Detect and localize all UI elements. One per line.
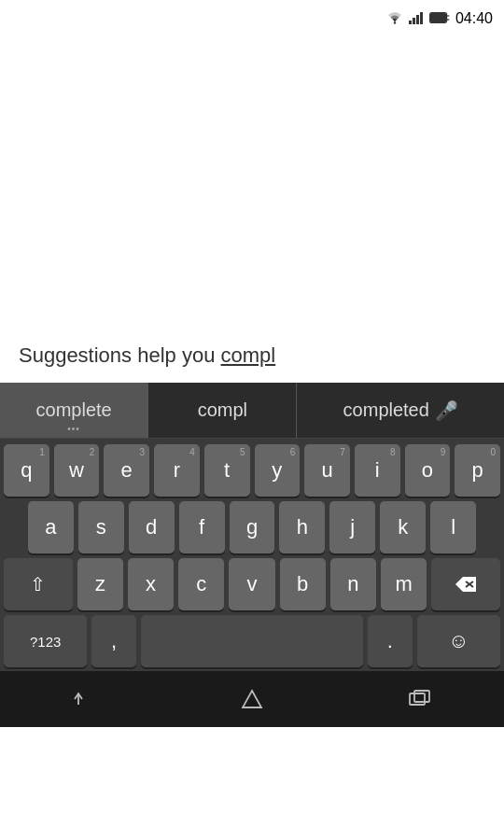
suggestion-compl-label: compl	[198, 399, 247, 421]
key-row-2: a s d f g h j k l	[4, 501, 500, 553]
key-g[interactable]: g	[230, 501, 275, 553]
nav-recent-button[interactable]	[392, 680, 448, 718]
suggestion-dots: •••	[67, 424, 80, 434]
typed-text-container: Suggestions help you compl	[19, 343, 275, 368]
key-x[interactable]: x	[128, 558, 174, 610]
key-h[interactable]: h	[279, 501, 325, 553]
key-q[interactable]: 1q	[4, 444, 49, 497]
key-row-3: ⇧ z x c v b n m	[4, 558, 500, 610]
key-row-4: ?123 , . ☺	[4, 615, 500, 667]
key-period[interactable]: .	[368, 615, 413, 667]
key-l[interactable]: l	[430, 501, 476, 553]
suggestions-bar: complete ••• compl completed 🎤	[0, 383, 504, 439]
key-v[interactable]: v	[229, 558, 274, 610]
key-row-1: 1q 2w 3e 4r 5t 6y 7u 8i 9o 0p	[4, 444, 500, 497]
key-m[interactable]: m	[381, 558, 427, 610]
suggestion-complete-label: complete	[36, 399, 112, 421]
svg-rect-2	[413, 18, 415, 24]
svg-rect-3	[416, 15, 419, 24]
text-prefix: Suggestions help you	[19, 343, 221, 367]
mic-icon[interactable]: 🎤	[435, 399, 458, 422]
suggestion-complete[interactable]: complete •••	[0, 383, 148, 438]
svg-rect-12	[410, 693, 425, 705]
key-backspace[interactable]	[431, 558, 500, 610]
main-content: Suggestions help you compl	[0, 37, 504, 383]
key-c[interactable]: c	[178, 558, 224, 610]
key-b[interactable]: b	[280, 558, 326, 610]
svg-rect-4	[420, 12, 423, 24]
key-d[interactable]: d	[129, 501, 175, 553]
signal-icon	[409, 11, 424, 27]
key-i[interactable]: 8i	[355, 444, 400, 497]
key-s[interactable]: s	[78, 501, 124, 553]
key-u[interactable]: 7u	[304, 444, 350, 497]
key-y[interactable]: 6y	[255, 444, 301, 497]
suggestion-completed[interactable]: completed 🎤	[297, 383, 504, 438]
key-j[interactable]: j	[329, 501, 375, 553]
key-comma[interactable]: ,	[91, 615, 136, 667]
svg-rect-1	[409, 21, 412, 24]
status-time: 04:40	[455, 10, 493, 27]
wifi-icon	[386, 11, 403, 27]
key-a[interactable]: a	[28, 501, 74, 553]
key-o[interactable]: 9o	[405, 444, 451, 497]
svg-marker-11	[243, 691, 261, 707]
status-bar: 04:40	[0, 0, 504, 37]
nav-home-button[interactable]	[224, 680, 280, 718]
key-t[interactable]: 5t	[204, 444, 250, 497]
nav-back-button[interactable]	[56, 680, 112, 718]
nav-bar	[0, 671, 504, 727]
key-r[interactable]: 4r	[154, 444, 200, 497]
key-emoji[interactable]: ☺	[417, 615, 500, 667]
suggestion-compl[interactable]: compl	[148, 383, 297, 438]
svg-point-0	[394, 21, 396, 23]
key-p[interactable]: 0p	[455, 444, 500, 497]
svg-rect-13	[414, 691, 429, 702]
keyboard: 1q 2w 3e 4r 5t 6y 7u 8i 9o 0p a s d f g …	[0, 439, 504, 671]
text-typed: compl	[221, 343, 276, 367]
key-z[interactable]: z	[77, 558, 123, 610]
key-shift[interactable]: ⇧	[4, 558, 73, 610]
key-space[interactable]	[141, 615, 363, 667]
key-e[interactable]: 3e	[104, 444, 149, 497]
key-f[interactable]: f	[179, 501, 225, 553]
key-sym[interactable]: ?123	[4, 615, 87, 667]
svg-rect-8	[430, 14, 445, 22]
suggestion-completed-label: completed	[343, 399, 429, 421]
key-w[interactable]: 2w	[54, 444, 100, 497]
key-n[interactable]: n	[330, 558, 376, 610]
key-k[interactable]: k	[380, 501, 426, 553]
battery-icon	[429, 11, 450, 26]
